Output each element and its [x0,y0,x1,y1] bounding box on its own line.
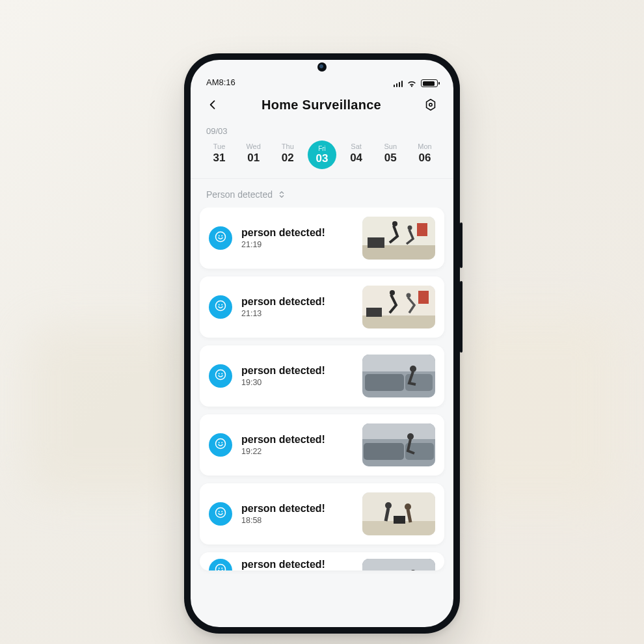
svg-point-40 [385,502,392,509]
signal-icon [394,79,403,87]
event-title: person detected! [241,503,353,515]
battery-icon [421,79,438,87]
day-of-month: 04 [342,152,371,165]
person-badge [209,295,232,319]
svg-point-20 [219,373,220,375]
day-cell[interactable]: Thu02 [273,142,302,169]
day-cell[interactable]: Fri03 [308,141,336,169]
svg-point-12 [221,304,222,306]
svg-rect-32 [364,443,404,460]
back-button[interactable] [205,97,221,113]
svg-rect-24 [365,374,404,391]
svg-point-1 [216,232,226,242]
event-time: 21:13 [241,309,353,318]
event-title: person detected! [241,296,353,308]
svg-point-2 [219,235,220,237]
event-info: person detected!19:22 [241,434,353,456]
sort-icon [278,191,286,198]
day-of-month: 31 [205,152,234,165]
day-of-month: 05 [376,152,405,165]
svg-point-19 [216,370,226,380]
svg-point-8 [392,221,397,226]
event-card[interactable]: person detected! [200,552,444,570]
event-info: person detected!18:58 [241,503,353,525]
day-of-week: Mon [410,142,439,150]
day-of-week: Sun [376,142,405,150]
filter-label: Person detected [206,189,273,200]
day-of-week: Fri [318,145,326,152]
date-strip: 09/03 Tue31Wed01Thu02Fri03Sat04Sun05Mon0… [191,118,453,179]
event-time: 19:22 [241,447,353,456]
smile-icon [215,507,226,521]
smile-icon [215,563,226,570]
day-of-month: 01 [239,152,268,165]
svg-point-41 [405,503,411,510]
smile-icon [215,231,226,245]
svg-point-0 [429,103,432,106]
settings-button[interactable] [422,96,439,113]
smile-icon [215,369,226,383]
svg-point-11 [219,304,220,306]
event-thumbnail [362,559,435,570]
event-card[interactable]: person detected!19:30 [200,345,444,407]
page-title: Home Surveillance [262,98,381,113]
hexagon-settings-icon [423,98,438,112]
event-info: person detected!21:19 [241,227,353,249]
day-of-week: Thu [273,142,302,150]
person-badge [209,364,232,388]
event-title: person detected! [241,559,353,570]
svg-rect-42 [394,516,405,524]
svg-point-36 [219,511,220,513]
event-card[interactable]: person detected!21:19 [200,208,444,269]
event-time: 21:19 [241,240,353,249]
svg-point-26 [410,366,416,372]
svg-point-29 [221,442,222,444]
event-info: person detected!19:30 [241,365,353,387]
event-list[interactable]: person detected!21:19 person detected!21… [191,208,453,627]
svg-point-27 [216,439,226,449]
svg-point-21 [221,373,222,375]
filter-dropdown[interactable]: Person detected [191,179,453,208]
svg-point-34 [407,433,414,440]
svg-point-45 [221,568,222,569]
event-thumbnail [362,355,435,397]
event-info: person detected!21:13 [241,296,353,318]
event-title: person detected! [241,365,353,377]
event-thumbnail [362,423,435,466]
svg-point-9 [408,226,412,230]
svg-point-17 [407,293,411,298]
event-info: person detected! [241,559,353,570]
screen: AM8:16 Home Surveillance [191,60,453,627]
day-of-month: 03 [316,152,329,165]
chevron-left-icon [206,98,219,111]
event-title: person detected! [241,434,353,446]
svg-point-44 [219,568,220,569]
day-of-week: Tue [205,142,234,150]
event-time: 18:58 [241,516,353,525]
day-cell[interactable]: Tue31 [205,142,234,169]
svg-rect-7 [368,237,384,248]
day-of-month: 02 [273,152,302,165]
event-card[interactable]: person detected!18:58 [200,483,444,544]
svg-rect-14 [362,315,435,329]
day-cell[interactable]: Sun05 [376,142,405,169]
camera-notch [317,62,327,72]
svg-rect-6 [417,223,427,236]
event-title: person detected! [241,227,353,239]
smile-icon [215,438,226,452]
phone-frame: AM8:16 Home Surveillance [184,53,460,634]
day-of-week: Wed [239,142,268,150]
day-of-month: 06 [410,152,439,165]
day-cell[interactable]: Sat04 [342,142,371,169]
event-card[interactable]: person detected!21:13 [200,276,444,338]
event-card[interactable]: person detected!19:22 [200,414,444,476]
svg-point-3 [221,235,222,237]
day-cell[interactable]: Wed01 [239,142,268,169]
svg-rect-47 [362,559,435,570]
person-badge [209,559,232,570]
svg-point-16 [390,290,395,295]
svg-point-10 [216,301,226,311]
svg-point-43 [216,565,226,571]
day-cell[interactable]: Mon06 [410,142,439,169]
smile-icon [215,300,226,314]
